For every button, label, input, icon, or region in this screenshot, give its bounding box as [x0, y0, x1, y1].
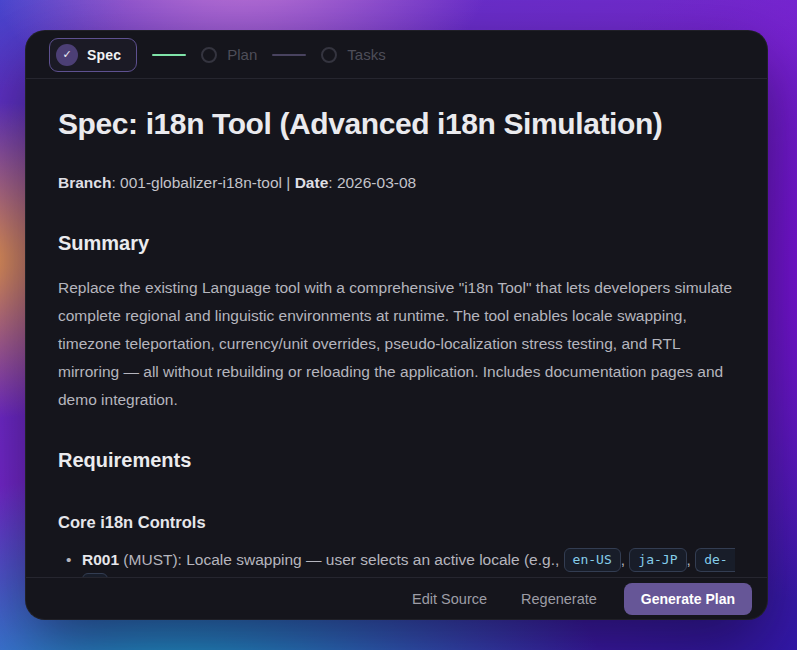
step-tasks[interactable]: Tasks — [321, 46, 385, 63]
check-icon: ✓ — [56, 44, 78, 66]
separator-text: , — [621, 551, 630, 568]
core-controls-subheading: Core i18n Controls — [58, 512, 735, 532]
step-connector-todo — [272, 54, 306, 56]
stepper-header: ✓ Spec Plan Tasks — [26, 31, 767, 79]
step-tasks-label: Tasks — [347, 46, 385, 63]
requirement-r001: •R001 (MUST): Locale swapping — user sel… — [58, 547, 735, 572]
code-badge-de-clipped: de- — [695, 548, 735, 572]
generate-plan-button[interactable]: Generate Plan — [624, 583, 752, 615]
branch-label: Branch — [58, 174, 111, 191]
circle-outline-icon — [321, 47, 337, 63]
code-badge-en-us: en-US — [564, 548, 621, 572]
bullet-icon: • — [66, 547, 71, 572]
summary-heading: Summary — [58, 231, 735, 255]
edit-source-button[interactable]: Edit Source — [398, 583, 501, 615]
page-title: Spec: i18n Tool (Advanced i18n Simulatio… — [58, 106, 735, 142]
circle-outline-icon — [201, 47, 217, 63]
step-plan-label: Plan — [227, 46, 257, 63]
separator-text: , — [687, 551, 696, 568]
requirement-text: (MUST): Locale swapping — user selects a… — [119, 551, 564, 568]
branch-value: : 001-globalizer-i18n-tool | — [111, 174, 294, 191]
step-plan[interactable]: Plan — [201, 46, 257, 63]
date-value: : 2026-03-08 — [328, 174, 416, 191]
modal-footer: Edit Source Regenerate Generate Plan — [26, 577, 767, 619]
spec-review-modal: ✓ Spec Plan Tasks Spec: i18n Tool (Advan… — [25, 30, 768, 620]
requirements-heading: Requirements — [58, 448, 735, 472]
branch-date-meta: Branch: 001-globalizer-i18n-tool | Date:… — [58, 172, 735, 193]
step-spec-label: Spec — [87, 47, 121, 63]
requirement-id: R001 — [82, 551, 119, 568]
step-connector-done — [152, 54, 186, 56]
step-spec[interactable]: ✓ Spec — [49, 38, 137, 72]
code-badge-ja-jp: ja-JP — [629, 548, 686, 572]
regenerate-button[interactable]: Regenerate — [507, 583, 611, 615]
summary-paragraph: Replace the existing Language tool with … — [58, 274, 735, 414]
requirements-list: •R001 (MUST): Locale swapping — user sel… — [58, 547, 735, 572]
spec-document-body[interactable]: Spec: i18n Tool (Advanced i18n Simulatio… — [26, 79, 767, 577]
date-label: Date — [295, 174, 329, 191]
